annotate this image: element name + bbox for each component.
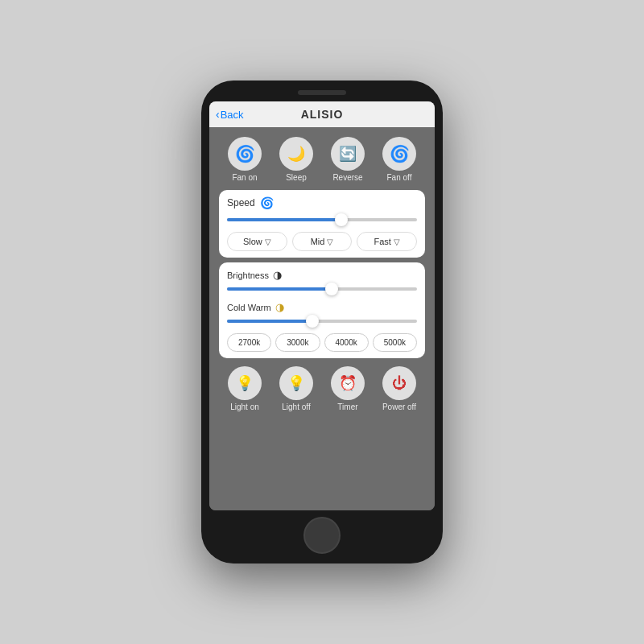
fast-button[interactable]: Fast ▽ <box>357 232 417 251</box>
brightness-thumb[interactable] <box>325 283 338 295</box>
fast-icon: ▽ <box>394 237 400 246</box>
light-on-icon: 💡 <box>236 374 254 392</box>
power-off-button[interactable]: ⏻ Power off <box>382 366 416 411</box>
screen-header: ‹ Back ALISIO <box>209 101 435 127</box>
brightness-slider[interactable] <box>227 283 417 295</box>
sleep-circle: 🌙 <box>279 137 313 171</box>
fan-off-label: Fan off <box>387 173 412 182</box>
temp-2700k-label: 2700k <box>238 338 260 347</box>
fan-on-button[interactable]: 🌀 Fan on <box>228 137 262 182</box>
brightness-label: Brightness <box>227 270 269 280</box>
back-label: Back <box>221 109 244 121</box>
fan-on-icon: 🌀 <box>235 144 255 163</box>
light-on-circle: 💡 <box>228 366 262 400</box>
cold-warm-icon: ◑ <box>275 301 284 313</box>
brightness-track <box>227 287 417 291</box>
timer-circle: ⏰ <box>331 366 365 400</box>
cold-warm-thumb[interactable] <box>306 315 319 328</box>
light-off-label: Light off <box>282 402 310 411</box>
timer-button[interactable]: ⏰ Timer <box>331 366 365 411</box>
temp-3000k-label: 3000k <box>287 338 308 347</box>
power-off-circle: ⏻ <box>382 366 416 400</box>
slow-label: Slow <box>243 237 262 246</box>
fan-on-circle: 🌀 <box>228 137 262 171</box>
sleep-button[interactable]: 🌙 Sleep <box>279 137 313 182</box>
power-off-label: Power off <box>382 402 416 411</box>
sleep-label: Sleep <box>286 173 307 182</box>
timer-label: Timer <box>337 402 357 411</box>
speed-slider[interactable] <box>227 214 417 225</box>
mid-icon: ▽ <box>327 237 333 246</box>
timer-icon: ⏰ <box>339 374 357 392</box>
speed-thumb[interactable] <box>335 213 348 226</box>
fan-off-button[interactable]: 🌀 Fan off <box>382 137 416 182</box>
brightness-icon: ◑ <box>273 269 282 281</box>
light-on-label: Light on <box>230 402 259 411</box>
temp-5000k-label: 5000k <box>384 338 406 347</box>
speed-header: Speed 🌀 <box>227 196 417 209</box>
back-button[interactable]: ‹ Back <box>216 108 244 121</box>
speed-icon: 🌀 <box>260 196 274 209</box>
light-section: Brightness ◑ Cold Warm ◑ <box>219 262 425 358</box>
cold-warm-track <box>227 320 417 323</box>
light-off-button[interactable]: 💡 Light off <box>279 366 313 411</box>
fan-on-label: Fan on <box>232 173 257 182</box>
temp-buttons: 2700k 3000k 4000k 5000k <box>227 333 417 352</box>
sleep-icon: 🌙 <box>287 145 305 163</box>
light-off-circle: 💡 <box>279 366 313 400</box>
cold-warm-label: Cold Warm <box>227 303 271 312</box>
mid-label: Mid <box>311 237 325 246</box>
fan-off-icon: 🌀 <box>390 144 410 163</box>
temp-4000k-label: 4000k <box>336 338 357 347</box>
reverse-label: Reverse <box>332 173 362 182</box>
reverse-button[interactable]: 🔄 Reverse <box>331 137 365 182</box>
reverse-icon: 🔄 <box>339 145 357 163</box>
temp-3000k-button[interactable]: 3000k <box>275 333 320 352</box>
slow-button[interactable]: Slow ▽ <box>227 232 287 251</box>
home-button[interactable] <box>303 517 341 554</box>
temp-4000k-button[interactable]: 4000k <box>324 333 369 352</box>
back-chevron-icon: ‹ <box>216 108 220 121</box>
light-off-icon: 💡 <box>287 374 305 392</box>
fan-controls-row: 🌀 Fan on 🌙 Sleep 🔄 Reverse <box>219 134 425 185</box>
slow-icon: ▽ <box>265 237 271 246</box>
fast-label: Fast <box>374 237 390 246</box>
speed-buttons: Slow ▽ Mid ▽ Fast ▽ <box>227 232 417 251</box>
phone-frame: ‹ Back ALISIO 🌀 Fan on 🌙 Sleep <box>201 80 443 564</box>
reverse-circle: 🔄 <box>331 137 365 171</box>
cold-warm-row: Cold Warm ◑ <box>227 301 417 327</box>
temp-5000k-button[interactable]: 5000k <box>373 333 417 352</box>
screen-body: 🌀 Fan on 🌙 Sleep 🔄 Reverse <box>209 127 435 510</box>
fan-off-circle: 🌀 <box>382 137 416 171</box>
brightness-label-row: Brightness ◑ <box>227 269 417 281</box>
phone-speaker <box>298 90 346 95</box>
speed-fill <box>227 218 341 221</box>
speed-label: Speed <box>227 197 255 208</box>
brightness-row: Brightness ◑ <box>227 269 417 295</box>
cold-warm-slider[interactable] <box>227 316 417 327</box>
mid-button[interactable]: Mid ▽ <box>292 232 353 251</box>
temp-2700k-button[interactable]: 2700k <box>227 333 271 352</box>
bottom-controls-row: 💡 Light on 💡 Light off ⏰ Timer <box>219 363 425 415</box>
cold-warm-label-row: Cold Warm ◑ <box>227 301 417 313</box>
speed-section: Speed 🌀 Slow ▽ Mid ▽ <box>219 190 425 258</box>
brightness-fill <box>227 287 332 291</box>
power-off-icon: ⏻ <box>392 375 407 392</box>
phone-screen: ‹ Back ALISIO 🌀 Fan on 🌙 Sleep <box>209 101 435 510</box>
cold-warm-fill <box>227 320 312 323</box>
light-on-button[interactable]: 💡 Light on <box>228 366 262 411</box>
speed-track <box>227 218 417 221</box>
page-title: ALISIO <box>301 108 344 121</box>
